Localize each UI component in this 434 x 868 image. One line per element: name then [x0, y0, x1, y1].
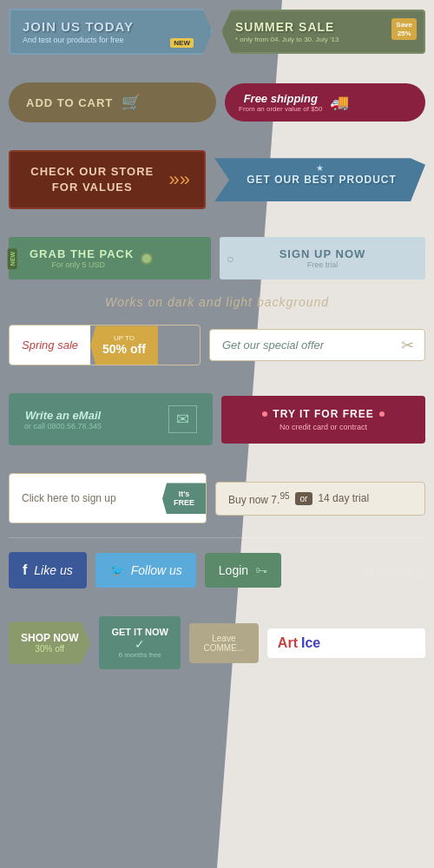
key-icon: 🗝: [255, 563, 267, 577]
try-free-sub: No credit card or contract: [279, 423, 367, 431]
banner-row: JOIN US TODAY And test our products for …: [9, 9, 425, 55]
email-icon: ✉: [168, 405, 197, 433]
ticket-icon: ✂: [401, 336, 414, 355]
try-free-button[interactable]: TRY IT FOR FREE No credit card or contra…: [221, 396, 425, 444]
save-badge: Save25%: [391, 18, 417, 40]
follow-us-label: Follow us: [131, 563, 182, 577]
free-tag: It's FREE: [162, 483, 206, 514]
grab-pack-text: GRAB THE PACK For only 5 USD: [23, 247, 134, 269]
cart-shipping-row: ADD TO CART 🛒 Free shipping From an orde…: [9, 82, 425, 122]
facebook-button[interactable]: f Like us: [9, 552, 87, 589]
click-signup-button[interactable]: Click here to sign up It's FREE: [9, 473, 207, 523]
sign-up-sub: Free trial: [279, 260, 366, 269]
grab-pack-sub: For only 5 USD: [23, 260, 134, 269]
login-button[interactable]: Login 🗝: [205, 553, 281, 588]
sign-up-title: SIGN UP NOW: [279, 247, 366, 260]
spring-sale-left: Spring sale: [10, 326, 90, 365]
check-icon: ✓: [111, 637, 168, 651]
free-shipping-button[interactable]: Free shipping From an order value of $50…: [225, 83, 425, 122]
add-to-cart-label: ADD TO CART: [26, 96, 113, 109]
join-us-title: JOIN US TODAY: [23, 19, 199, 34]
signup-buynow-row: Click here to sign up It's FREE Buy now …: [9, 473, 425, 523]
add-to-cart-button[interactable]: ADD TO CART 🛒: [9, 82, 216, 122]
arrows-icon: »»: [169, 168, 190, 191]
write-email-text: Write an eMail or call 0800.56.78.345: [24, 409, 102, 431]
facebook-icon: f: [23, 562, 27, 578]
try-free-title: TRY IT FOR FREE: [262, 408, 384, 420]
best-product-button[interactable]: GET OUR BEST PRODUCT: [214, 158, 425, 201]
grab-pack-label: GRAB THE PACK: [30, 247, 134, 260]
dot-icon: [262, 411, 267, 417]
summer-sale-sub: * only from 04. July to 30. July '13: [235, 36, 411, 43]
free-shipping-title: Free shipping: [239, 92, 323, 105]
spring-sale-label: Spring sale: [22, 339, 78, 352]
buy-now-button[interactable]: Buy now 7.95 or 14 day trial: [215, 482, 425, 516]
truck-icon: 🚚: [330, 93, 349, 112]
sign-up-button[interactable]: SIGN UP NOW Free trial: [220, 237, 425, 279]
divider-line: [9, 537, 425, 538]
tag-circle: [141, 253, 153, 265]
dot-icon-2: [379, 411, 385, 417]
get-it-now-title: GET IT NOW: [111, 627, 168, 637]
bottom-row: SHOP NOW 30% off GET IT NOW ✓ 6 months f…: [9, 616, 425, 669]
leave-comment-button[interactable]: Leave COMME...: [189, 623, 259, 663]
grab-pack-button[interactable]: NEW GRAB THE PACK For only 5 USD: [9, 237, 211, 279]
new-badge: NEW: [8, 248, 17, 269]
spring-sale-right: UP TO 50% off: [90, 326, 158, 365]
summer-sale-title: SUMMER SALE: [235, 20, 411, 34]
like-us-label: Like us: [34, 563, 72, 577]
write-email-button[interactable]: Write an eMail or call 0800.56.78.345 ✉: [9, 393, 213, 445]
special-offer-label: Get our special offer: [222, 339, 324, 352]
twitter-icon: 🐦: [109, 563, 124, 577]
shop-now-discount: 30% off: [21, 644, 78, 654]
art-text: Art: [278, 635, 298, 651]
divider-text: Works on dark and light background: [9, 290, 425, 314]
write-email-title: Write an eMail: [24, 409, 102, 422]
free-shipping-text: Free shipping From an order value of $50: [239, 92, 323, 113]
email-try-row: Write an eMail or call 0800.56.78.345 ✉ …: [9, 393, 425, 445]
write-email-sub: or call 0800.56.78.345: [24, 422, 102, 431]
sale-offer-row: Spring sale UP TO 50% off Get our specia…: [9, 325, 425, 365]
artice-logo: Art Ice: [267, 628, 425, 658]
twitter-button[interactable]: 🐦 Follow us: [95, 553, 196, 588]
trial-text: 14 day trial: [318, 492, 369, 504]
shop-now-button[interactable]: SHOP NOW 30% off: [9, 621, 90, 664]
social-row: f Like us 🐦 Follow us Login 🗝: [9, 552, 425, 589]
join-us-banner[interactable]: JOIN US TODAY And test our products for …: [9, 9, 213, 55]
summer-sale-banner[interactable]: Save25% SUMMER SALE * only from 04. July…: [221, 10, 425, 54]
shop-now-title: SHOP NOW: [21, 632, 78, 644]
check-store-button[interactable]: CHECK OUR STORE FOR VALUES »»: [9, 150, 206, 209]
or-badge: or: [295, 492, 313, 505]
percent-label: 50% off: [102, 342, 146, 356]
join-us-sub: And test our products for free: [23, 36, 199, 44]
best-product-label: GET OUR BEST PRODUCT: [247, 174, 397, 186]
special-offer-button[interactable]: Get our special offer ✂: [209, 329, 425, 361]
login-label: Login: [219, 563, 248, 577]
buy-now-text: Buy now 7.95: [228, 491, 290, 506]
ice-text: Ice: [301, 635, 320, 651]
store-product-row: CHECK OUR STORE FOR VALUES »» GET OUR BE…: [9, 150, 425, 209]
up-to-label: UP TO: [114, 334, 135, 342]
sign-up-text: SIGN UP NOW Free trial: [279, 247, 366, 269]
get-it-now-sub: 6 months free: [111, 651, 168, 659]
spring-sale-button[interactable]: Spring sale UP TO 50% off: [9, 325, 201, 365]
cart-icon: 🛒: [122, 93, 141, 112]
free-shipping-sub: From an order value of $50: [239, 105, 323, 113]
leave-comment-title: Leave COMME...: [201, 634, 247, 653]
click-signup-label: Click here to sign up: [22, 492, 116, 504]
grab-signup-row: NEW GRAB THE PACK For only 5 USD SIGN UP…: [9, 237, 425, 279]
check-store-label: CHECK OUR STORE FOR VALUES: [24, 164, 161, 195]
get-it-now-button[interactable]: GET IT NOW ✓ 6 months free: [99, 616, 180, 669]
